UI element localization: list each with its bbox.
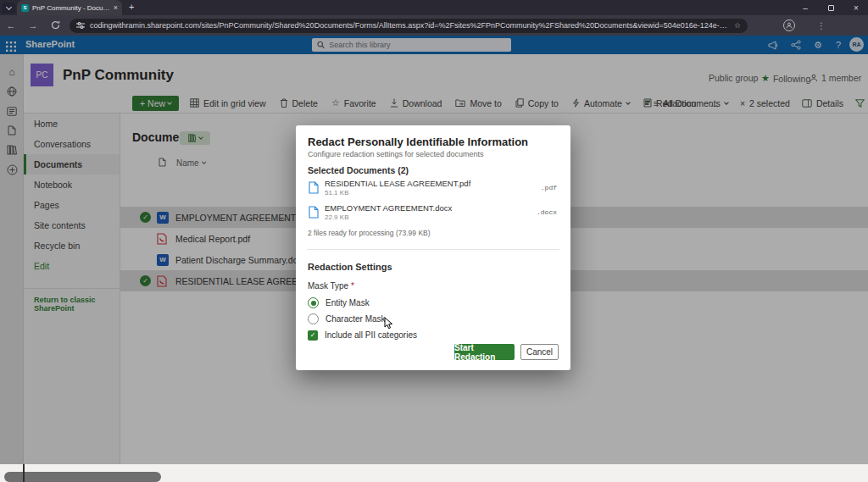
redaction-settings-heading: Redaction Settings bbox=[308, 262, 392, 272]
required-asterisk: * bbox=[351, 281, 354, 291]
dialog-subtitle: Configure redaction settings for selecte… bbox=[308, 150, 484, 158]
dialog-divider bbox=[307, 249, 559, 250]
mask-type-label: Mask Type * bbox=[308, 281, 354, 291]
chevron-down-icon bbox=[5, 4, 11, 10]
radio-entity-mask[interactable]: Entity Mask bbox=[308, 296, 370, 309]
reload-icon bbox=[51, 20, 60, 30]
file-size: 51.1 KB bbox=[325, 189, 348, 197]
selected-documents-heading: Selected Documents (2) bbox=[308, 165, 409, 175]
redaction-dialog: Redact Personally Identifiable Informati… bbox=[296, 125, 570, 370]
tab-close-icon[interactable]: × bbox=[114, 3, 118, 12]
maximize-icon bbox=[828, 5, 834, 11]
person-icon bbox=[786, 22, 793, 29]
browser-urlbar: ← → codingwithramin.sharepoint.com/sites… bbox=[0, 15, 868, 36]
include-pii-checkbox[interactable]: ✓ Include all PII categories bbox=[308, 329, 417, 341]
browser-titlebar: S PnP Community - Documents - × + – × bbox=[0, 0, 868, 15]
forward-button[interactable]: → bbox=[22, 20, 44, 30]
window-close-button[interactable]: × bbox=[844, 0, 868, 15]
bottom-strip bbox=[0, 464, 868, 482]
file-name: RESIDENTIAL LEASE AGREEMENT.pdf bbox=[325, 179, 470, 188]
list-item: RESIDENTIAL LEASE AGREEMENT.pdf 51.1 KB … bbox=[308, 179, 559, 201]
browser-profile-icon[interactable] bbox=[783, 19, 795, 31]
browser-tab[interactable]: S PnP Community - Documents - × bbox=[17, 0, 122, 15]
files-summary: 2 files ready for processing (73.99 KB) bbox=[308, 229, 431, 237]
checkbox-checked-icon[interactable]: ✓ bbox=[308, 330, 318, 341]
file-size: 22.9 KB bbox=[325, 213, 348, 221]
file-name: EMPLOYMENT AGREEMENT.docx bbox=[325, 203, 452, 213]
marker-line bbox=[23, 464, 25, 482]
sharepoint-favicon-icon: S bbox=[21, 4, 29, 12]
radio-selected-icon[interactable] bbox=[308, 297, 319, 308]
site-info-icon[interactable] bbox=[76, 21, 85, 30]
file-icon bbox=[309, 181, 319, 197]
cancel-button[interactable]: Cancel bbox=[520, 344, 559, 360]
mask-type-text: Mask Type bbox=[308, 281, 348, 291]
bookmark-star-icon[interactable]: ☆ bbox=[734, 21, 741, 30]
tab-title: PnP Community - Documents - bbox=[32, 4, 110, 12]
dialog-title: Redact Personally Identifiable Informati… bbox=[308, 136, 528, 148]
checkbox-label: Include all PII categories bbox=[325, 330, 417, 340]
file-extension-badge: .docx bbox=[537, 208, 557, 216]
back-button[interactable]: ← bbox=[0, 20, 22, 30]
window-maximize-button[interactable] bbox=[819, 0, 843, 15]
radio-label: Character Mask bbox=[326, 314, 386, 324]
radio-label: Entity Mask bbox=[326, 298, 370, 307]
mouse-cursor bbox=[384, 317, 394, 334]
tab-search-button[interactable] bbox=[2, 3, 15, 14]
radio-unselected-icon[interactable] bbox=[308, 313, 319, 324]
url-text: codingwithramin.sharepoint.com/sites/PnP… bbox=[90, 21, 729, 30]
file-extension-badge: .pdf bbox=[541, 184, 557, 191]
browser-menu-icon[interactable]: ⋮ bbox=[817, 21, 826, 30]
file-icon bbox=[309, 206, 319, 222]
new-tab-button[interactable]: + bbox=[129, 2, 134, 12]
start-redaction-button[interactable]: Start Redaction bbox=[454, 344, 515, 360]
list-item: EMPLOYMENT AGREEMENT.docx 22.9 KB .docx bbox=[308, 203, 559, 225]
horizontal-scrollbar[interactable] bbox=[4, 472, 161, 482]
window-minimize-button[interactable]: – bbox=[793, 0, 817, 15]
address-bar[interactable]: codingwithramin.sharepoint.com/sites/PnP… bbox=[70, 19, 748, 33]
reload-button[interactable] bbox=[44, 20, 66, 31]
radio-character-mask[interactable]: Character Mask bbox=[308, 313, 386, 325]
